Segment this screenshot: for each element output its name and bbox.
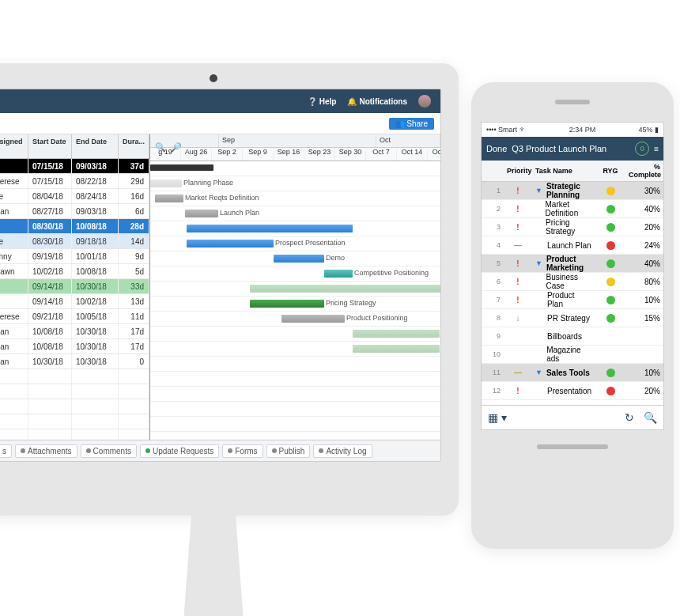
timescale-week: Oct 7: [366, 148, 397, 161]
task-row[interactable]: 11—▼Sales Tools10%: [482, 364, 663, 382]
done-button[interactable]: Done: [486, 144, 507, 153]
expand-icon[interactable]: ▼: [535, 259, 542, 267]
task-row[interactable]: 9Billboards: [482, 327, 663, 346]
gantt-bar[interactable]: [274, 255, 324, 263]
gantt-row[interactable]: Launch Plan: [150, 206, 440, 221]
share-button[interactable]: 👥 Share: [389, 118, 434, 130]
gantt-bar[interactable]: [155, 195, 183, 202]
col-assigned[interactable]: Assigned To: [0, 134, 28, 158]
gantt-row[interactable]: Demo: [150, 251, 440, 266]
task-row[interactable]: 6!Business Case80%: [482, 273, 663, 291]
footer-tab[interactable]: s: [0, 444, 12, 458]
avatar[interactable]: [418, 95, 431, 108]
timescale-week: Oct 21: [428, 148, 440, 161]
help-link[interactable]: ❔ Help: [308, 97, 337, 106]
gantt-bar[interactable]: [150, 180, 182, 187]
task-grid: Assigned To Start Date End Date Dura... …: [0, 134, 150, 462]
gantt-row[interactable]: [150, 342, 440, 357]
grid-row[interactable]: Therese07/15/1808/22/1829d: [0, 174, 149, 189]
priority-cell: —: [504, 368, 532, 377]
expand-icon[interactable]: ▼: [535, 187, 542, 195]
gantt-row[interactable]: Market Reqts Definition: [150, 191, 440, 206]
grid-row[interactable]: Brian10/08/1810/30/1817d: [0, 339, 149, 354]
grid-row[interactable]: Joe08/30/1809/18/1814d: [0, 234, 149, 249]
footer-tab[interactable]: Attachments: [15, 444, 77, 458]
gantt-row[interactable]: Planning Phase: [150, 176, 440, 191]
col-ryg[interactable]: RYG: [595, 167, 625, 175]
gantt-row[interactable]: Pricing Strategy: [150, 297, 440, 312]
notifications-link[interactable]: 🔔 Notifications: [347, 97, 407, 106]
grid-row[interactable]: Joe08/04/1808/24/1816d: [0, 189, 149, 204]
expand-icon[interactable]: ▼: [535, 368, 542, 376]
mobile-phone: •••• Smart ᯤ 2:34 PM 45% ▮ Done Q3 Produ…: [471, 82, 674, 549]
gantt-bar[interactable]: [250, 285, 440, 293]
gantt-bar[interactable]: [353, 345, 440, 353]
grid-row[interactable]: Jenny09/19/1810/01/189d: [0, 249, 149, 264]
grid-row[interactable]: 07/15/1809/03/1837d: [0, 159, 149, 174]
ryg-cell: [595, 241, 625, 250]
gantt-row[interactable]: Prospect Presentation: [150, 236, 440, 251]
footer-tab[interactable]: Update Requests: [140, 444, 219, 458]
gantt-bar[interactable]: [324, 270, 353, 278]
footer-tab[interactable]: Comments: [81, 444, 137, 458]
ryg-cell: [595, 187, 625, 195]
gantt-bar[interactable]: [187, 240, 274, 248]
task-row[interactable]: 12!Presentation20%: [482, 382, 663, 400]
gantt-row[interactable]: Competitive Positioning: [150, 266, 440, 282]
gantt-row[interactable]: [150, 282, 440, 297]
col-start[interactable]: Start Date: [28, 134, 72, 158]
gantt-bar-label: Prospect Presentation: [275, 239, 346, 247]
task-row[interactable]: 1!▼Strategic Planning30%: [482, 182, 663, 200]
gantt-row[interactable]: [150, 327, 440, 342]
search-icon[interactable]: 🔍: [644, 411, 657, 424]
gantt-row[interactable]: [150, 161, 440, 176]
grid-row[interactable]: Brian10/08/1810/30/1817d: [0, 324, 149, 339]
app-header: ❔ Help 🔔 Notifications: [0, 89, 440, 113]
col-duration[interactable]: Dura...: [119, 134, 149, 158]
grid-row[interactable]: Shawn10/02/1810/08/185d: [0, 264, 149, 279]
task-row[interactable]: 4—Launch Plan24%: [482, 236, 663, 255]
grid-row[interactable]: 09/14/1810/02/1813d: [0, 294, 149, 309]
grid-view-icon[interactable]: ▦ ▾: [488, 411, 507, 424]
refresh-icon[interactable]: ↻: [625, 411, 634, 424]
task-row[interactable]: 5!▼Product Marketing40%: [482, 255, 663, 273]
gantt-toolbar: 🔍 🔎: [150, 134, 182, 160]
col-priority[interactable]: Priority: [504, 167, 532, 175]
timescale-week: Sep 16: [274, 148, 304, 161]
zoom-in-icon[interactable]: 🔎: [171, 142, 182, 153]
footer-tab[interactable]: Forms: [222, 444, 263, 458]
task-row[interactable]: 10Magazine ads: [482, 346, 663, 364]
gantt-bar[interactable]: [187, 225, 353, 232]
grid-row[interactable]: Therese09/21/1810/05/1811d: [0, 309, 149, 324]
task-row[interactable]: 2!Market Definition40%: [482, 200, 663, 218]
gantt-bar[interactable]: [185, 210, 218, 217]
gantt-bar[interactable]: [250, 300, 324, 308]
footer-tab[interactable]: Publish: [266, 444, 311, 458]
grid-row[interactable]: 09/14/1810/30/1833d: [0, 279, 149, 294]
grid-row[interactable]: 08/30/1810/08/1828d: [0, 219, 149, 234]
col-end[interactable]: End Date: [72, 134, 119, 158]
gantt-row[interactable]: Product Positioning: [150, 312, 440, 327]
grid-row[interactable]: Brian10/30/1810/30/180: [0, 354, 149, 369]
grid-row[interactable]: Brian08/27/1809/03/186d: [0, 204, 149, 219]
zoom-out-icon[interactable]: 🔍: [155, 142, 166, 153]
col-task-name[interactable]: Task Name: [532, 167, 595, 175]
percent-cell: 15%: [625, 314, 663, 323]
gantt-row[interactable]: [150, 357, 440, 372]
gantt-row[interactable]: [150, 221, 440, 236]
timescale-week: Aug 26: [181, 148, 212, 161]
task-row[interactable]: 3!Pricing Strategy20%: [482, 218, 663, 236]
menu-icon[interactable]: ≡: [654, 145, 659, 153]
task-name-cell: ▼Sales Tools: [532, 368, 595, 377]
gantt-bar[interactable]: [353, 330, 440, 338]
gantt-bar[interactable]: [281, 315, 345, 323]
task-row[interactable]: 8↓PR Strategy15%: [482, 309, 663, 327]
task-row[interactable]: 7!Product Plan10%: [482, 291, 663, 309]
priority-cell: !: [504, 205, 532, 214]
task-name-cell: Presentation: [532, 387, 595, 395]
phone-speaker: [555, 100, 590, 104]
updates-badge[interactable]: 0: [635, 142, 649, 156]
col-percent-complete[interactable]: % Complete: [625, 163, 663, 179]
gantt-bar[interactable]: [150, 164, 213, 171]
footer-tab[interactable]: Activity Log: [313, 444, 372, 458]
